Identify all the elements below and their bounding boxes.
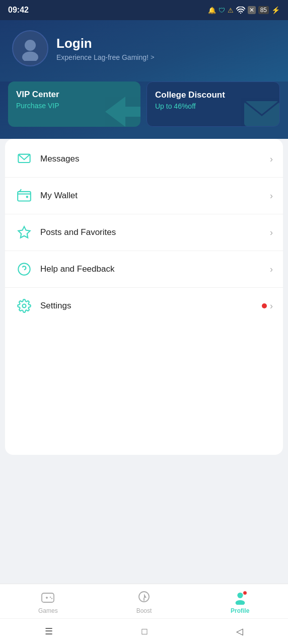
menu-item-help[interactable]: Help and Feedback › bbox=[5, 251, 283, 288]
android-back-btn[interactable]: ◁ bbox=[226, 624, 253, 639]
profile-nav-dot bbox=[243, 591, 247, 595]
shield-icon: 🛡 bbox=[219, 7, 225, 14]
avatar[interactable] bbox=[12, 30, 48, 66]
wifi-icon bbox=[236, 7, 245, 14]
boost-nav-icon bbox=[136, 590, 152, 605]
settings-label: Settings bbox=[40, 301, 262, 311]
content-spacer bbox=[0, 455, 288, 584]
help-icon bbox=[15, 260, 33, 278]
svg-point-2 bbox=[22, 52, 38, 61]
profile-name[interactable]: Login bbox=[56, 36, 154, 51]
games-nav-icon bbox=[40, 590, 55, 605]
profile-subtitle[interactable]: Experience Lag-free Gaming! > bbox=[56, 53, 154, 61]
svg-marker-16 bbox=[144, 594, 147, 598]
avatar-icon bbox=[18, 36, 43, 61]
profile-nav-label: Profile bbox=[231, 607, 249, 614]
boost-nav-label: Boost bbox=[136, 607, 152, 614]
svg-point-18 bbox=[237, 593, 243, 598]
menu-item-posts[interactable]: Posts and Favorites › bbox=[5, 214, 283, 251]
messages-right: › bbox=[270, 154, 273, 165]
menu-item-messages[interactable]: Messages › bbox=[5, 141, 283, 178]
svg-rect-6 bbox=[18, 192, 31, 201]
settings-icon bbox=[15, 297, 33, 315]
wallet-label: My Wallet bbox=[40, 191, 270, 201]
profile-header: Login Experience Lag-free Gaming! > bbox=[0, 20, 288, 82]
warning-icon: ⚠ bbox=[228, 7, 234, 14]
svg-marker-3 bbox=[105, 97, 140, 127]
profile-nav-icon bbox=[233, 590, 248, 605]
menu-item-wallet[interactable]: My Wallet › bbox=[5, 178, 283, 214]
android-home-btn[interactable]: □ bbox=[132, 624, 158, 639]
posts-right: › bbox=[270, 227, 273, 238]
vip-card-subtitle: Purchase VIP bbox=[16, 102, 132, 110]
college-card-bg-icon bbox=[242, 96, 280, 127]
profile-subtitle-arrow: > bbox=[151, 53, 155, 61]
x-icon: ✕ bbox=[248, 6, 256, 14]
posts-label: Posts and Favorites bbox=[40, 227, 270, 237]
messages-arrow: › bbox=[270, 154, 273, 165]
svg-point-7 bbox=[18, 263, 30, 275]
nav-item-profile[interactable]: Profile bbox=[192, 588, 288, 616]
vip-card[interactable]: VIP Center Purchase VIP bbox=[8, 82, 140, 127]
wallet-right: › bbox=[270, 191, 273, 201]
bottom-nav: Games Boost Profile bbox=[0, 584, 288, 618]
help-right: › bbox=[270, 264, 273, 275]
posts-arrow: › bbox=[270, 227, 273, 238]
help-arrow: › bbox=[270, 264, 273, 275]
wallet-arrow: › bbox=[270, 191, 273, 201]
settings-right: › bbox=[262, 301, 273, 311]
nav-item-games[interactable]: Games bbox=[0, 588, 96, 616]
status-icons: 🔔 🛡 ⚠ ✕ 85 ⚡ bbox=[208, 6, 280, 14]
svg-point-13 bbox=[50, 597, 51, 598]
status-time: 09:42 bbox=[8, 6, 29, 15]
messages-icon bbox=[15, 150, 33, 168]
college-card-subtitle: Up to 46%off bbox=[155, 102, 271, 110]
nav-item-boost[interactable]: Boost bbox=[96, 588, 192, 616]
svg-point-1 bbox=[25, 40, 36, 51]
svg-point-0 bbox=[240, 13, 241, 14]
posts-icon bbox=[15, 223, 33, 242]
games-nav-label: Games bbox=[38, 607, 58, 614]
status-bar: 09:42 🔔 🛡 ⚠ ✕ 85 ⚡ bbox=[0, 0, 288, 20]
messages-label: Messages bbox=[40, 154, 270, 164]
menu-item-settings[interactable]: Settings › bbox=[5, 288, 283, 324]
promo-cards: VIP Center Purchase VIP College Discount… bbox=[0, 82, 288, 139]
android-menu-btn[interactable]: ☰ bbox=[35, 624, 63, 639]
svg-point-19 bbox=[235, 600, 245, 605]
svg-point-9 bbox=[23, 304, 26, 308]
bolt-icon: ⚡ bbox=[271, 6, 280, 14]
vip-card-title: VIP Center bbox=[16, 90, 132, 100]
profile-info: Login Experience Lag-free Gaming! > bbox=[56, 36, 154, 61]
college-card-title: College Discount bbox=[155, 90, 271, 100]
battery-icon: 85 bbox=[258, 6, 269, 14]
college-card[interactable]: College Discount Up to 46%off bbox=[147, 82, 280, 127]
android-nav: ☰ □ ◁ bbox=[0, 618, 288, 644]
svg-point-14 bbox=[51, 598, 52, 599]
settings-notification-dot bbox=[262, 303, 267, 308]
menu-list: Messages › My Wallet › Posts and Favorit… bbox=[5, 139, 283, 455]
notification-icon: 🔔 bbox=[208, 7, 216, 14]
help-label: Help and Feedback bbox=[40, 264, 270, 274]
settings-arrow: › bbox=[270, 301, 273, 311]
wallet-icon bbox=[15, 187, 33, 205]
